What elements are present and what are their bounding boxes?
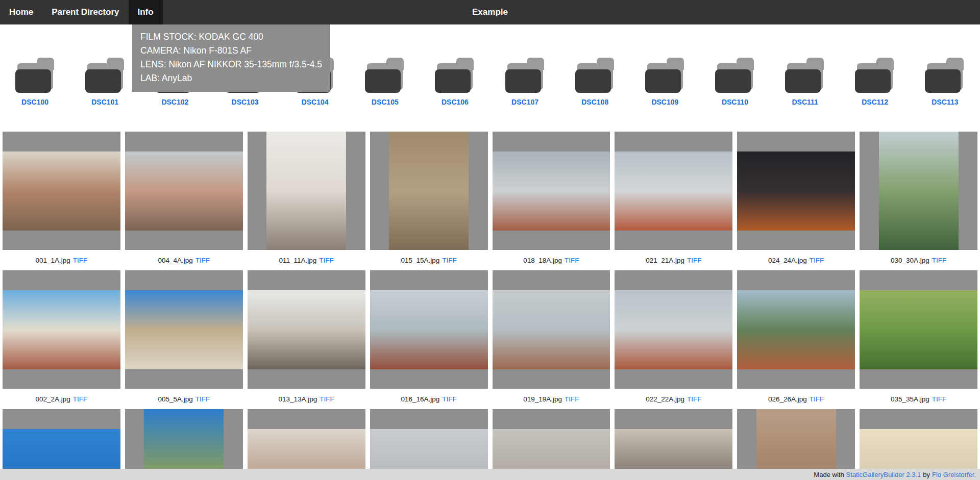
- folder-icon: [710, 53, 760, 94]
- folder-link-dsc109[interactable]: DSC109: [630, 53, 700, 106]
- thumbnail-caption: 035_35A.jpg TIFF: [860, 389, 977, 409]
- gallery-cell: 021_21A.jpg TIFF: [615, 132, 732, 270]
- nav-item-info[interactable]: Info: [129, 0, 163, 24]
- folder-icon-front: [925, 69, 961, 93]
- static-gallery-builder-link[interactable]: StaticGalleryBuilder 2.3.1: [846, 471, 921, 478]
- tiff-link[interactable]: TIFF: [687, 257, 702, 264]
- photo-image: [125, 290, 243, 369]
- thumbnail-caption: 015_15A.jpg TIFF: [370, 250, 488, 270]
- tooltip-line: LENS: Nikon AF NIKKOR 35-135mm f/3.5-4.5: [140, 58, 322, 71]
- thumbnail-caption: 030_30A.jpg TIFF: [860, 250, 977, 270]
- gallery-cell: 018_18A.jpg TIFF: [493, 132, 610, 270]
- tiff-link[interactable]: TIFF: [565, 395, 579, 403]
- nav-item-parent-directory[interactable]: Parent Directory: [42, 0, 128, 24]
- photo-image: [248, 290, 365, 369]
- image-filename: 022_22A.jpg: [646, 395, 684, 403]
- tiff-link[interactable]: TIFF: [565, 257, 579, 264]
- photo-image: [493, 290, 610, 369]
- folder-link-dsc107[interactable]: DSC107: [490, 53, 560, 106]
- folder-link-dsc105[interactable]: DSC105: [350, 53, 420, 106]
- gallery-cell: 013_13A.jpg TIFF: [248, 270, 365, 409]
- tiff-link[interactable]: TIFF: [73, 257, 88, 264]
- photo-image: [370, 290, 488, 369]
- thumbnail[interactable]: [737, 132, 855, 250]
- folder-icon: [11, 53, 60, 94]
- thumbnail[interactable]: [248, 270, 365, 389]
- photo-image: [3, 151, 120, 231]
- folder-label: DSC109: [651, 98, 678, 106]
- thumbnail[interactable]: [3, 270, 120, 389]
- image-filename: 021_21A.jpg: [646, 257, 684, 264]
- thumbnail[interactable]: [860, 270, 977, 389]
- nav-item-home[interactable]: Home: [0, 0, 42, 24]
- thumbnail[interactable]: [615, 132, 732, 250]
- tiff-link[interactable]: TIFF: [687, 395, 702, 403]
- thumbnail[interactable]: [860, 132, 977, 250]
- tiff-link[interactable]: TIFF: [810, 395, 824, 403]
- tiff-link[interactable]: TIFF: [195, 257, 210, 264]
- tiff-link[interactable]: TIFF: [442, 257, 457, 264]
- footer-by-text: by: [923, 471, 930, 478]
- thumbnail[interactable]: [125, 132, 243, 250]
- tiff-link[interactable]: TIFF: [442, 395, 457, 403]
- folder-icon: [360, 53, 409, 94]
- photo-image: [860, 290, 977, 369]
- gallery-cell: 016_16A.jpg TIFF: [370, 270, 488, 409]
- thumbnail-caption: 022_22A.jpg TIFF: [615, 389, 732, 409]
- gallery-cell: 002_2A.jpg TIFF: [3, 270, 120, 409]
- folder-link-dsc113[interactable]: DSC113: [910, 53, 980, 106]
- thumbnail[interactable]: [493, 132, 610, 250]
- thumbnail[interactable]: [370, 270, 488, 389]
- thumbnail[interactable]: [125, 270, 243, 389]
- photo-image: [266, 132, 346, 250]
- image-filename: 001_1A.jpg: [36, 257, 70, 264]
- tiff-link[interactable]: TIFF: [932, 257, 947, 264]
- thumbnail[interactable]: [248, 132, 365, 250]
- folder-link-dsc112[interactable]: DSC112: [840, 53, 910, 106]
- thumbnail[interactable]: [737, 270, 855, 389]
- folder-label: DSC104: [302, 98, 329, 106]
- thumbnail[interactable]: [493, 270, 610, 389]
- thumbnail-caption: 016_16A.jpg TIFF: [370, 389, 488, 409]
- tiff-link[interactable]: TIFF: [932, 395, 947, 403]
- folder-label: DSC110: [722, 98, 748, 106]
- tiff-link[interactable]: TIFF: [195, 395, 210, 403]
- tiff-link[interactable]: TIFF: [73, 395, 88, 403]
- folder-label: DSC111: [792, 98, 818, 106]
- folder-link-dsc111[interactable]: DSC111: [770, 53, 840, 106]
- image-filename: 015_15A.jpg: [401, 257, 439, 264]
- photo-image: [615, 290, 732, 369]
- folder-label: DSC103: [232, 98, 259, 106]
- thumbnail[interactable]: [370, 132, 488, 250]
- folder-icon: [850, 53, 899, 94]
- author-link[interactable]: Flo Greistorfer.: [932, 471, 976, 478]
- tooltip-line: LAB: AnyLab: [140, 71, 322, 85]
- image-filename: 016_16A.jpg: [401, 395, 439, 403]
- thumbnail-caption: 024_24A.jpg TIFF: [737, 250, 855, 270]
- folder-link-dsc100[interactable]: DSC100: [0, 53, 70, 106]
- image-filename: 030_30A.jpg: [891, 257, 929, 264]
- thumbnail-caption: 004_4A.jpg TIFF: [125, 250, 243, 270]
- tooltip-line: FILM STOCK: KODAK GC 400: [140, 30, 322, 44]
- folder-icon-front: [715, 69, 751, 93]
- thumbnail[interactable]: [3, 132, 120, 250]
- folder-label: DSC100: [21, 98, 48, 106]
- folder-link-dsc106[interactable]: DSC106: [420, 53, 490, 106]
- folder-label: DSC105: [372, 98, 399, 106]
- gallery-cell: 022_22A.jpg TIFF: [615, 270, 732, 409]
- folder-label: DSC113: [932, 98, 958, 106]
- nav-menu: HomeParent DirectoryInfo: [0, 0, 163, 24]
- thumbnail-caption: 026_26A.jpg TIFF: [737, 389, 855, 409]
- folder-link-dsc110[interactable]: DSC110: [700, 53, 770, 106]
- thumbnail[interactable]: [615, 270, 732, 389]
- tiff-link[interactable]: TIFF: [320, 395, 334, 403]
- gallery-cell: 015_15A.jpg TIFF: [370, 132, 488, 270]
- thumbnail-caption: 021_21A.jpg TIFF: [615, 250, 732, 270]
- folder-label: DSC106: [442, 98, 469, 106]
- image-filename: 004_4A.jpg: [158, 257, 192, 264]
- image-filename: 005_5A.jpg: [158, 395, 192, 403]
- folder-link-dsc101[interactable]: DSC101: [70, 53, 140, 106]
- folder-link-dsc108[interactable]: DSC108: [560, 53, 630, 106]
- tiff-link[interactable]: TIFF: [319, 257, 334, 264]
- tiff-link[interactable]: TIFF: [810, 257, 824, 264]
